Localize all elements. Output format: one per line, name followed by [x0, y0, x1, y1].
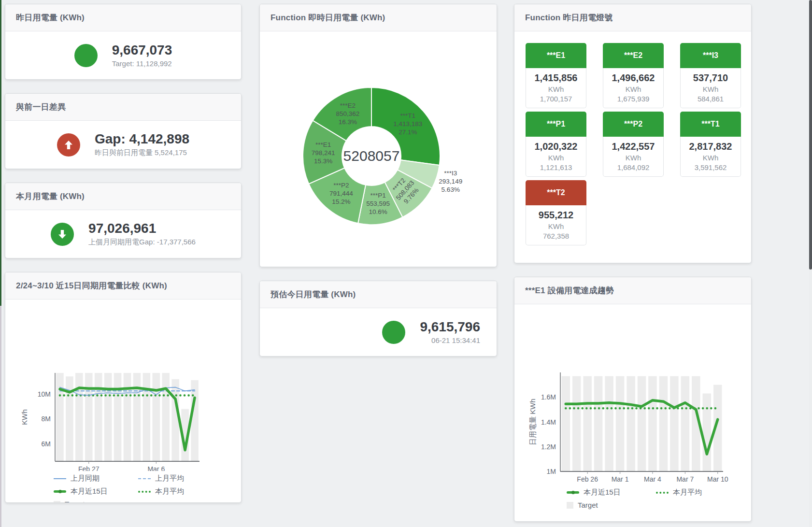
target-bar [583, 376, 592, 471]
e1-trend-chart-area[interactable]: 1M1.2M1.4M1.6M日用電量 KWhFeb 26Mar 1Mar 4Ma… [514, 304, 751, 509]
pie-chart-svg[interactable]: ***T11,413,18327.1%***I3293,1495.63%***T… [260, 31, 497, 267]
target-bar [659, 376, 668, 471]
target-bar [561, 376, 570, 471]
target-bar [153, 373, 160, 461]
panel-month-usage: 本月用電量 (KWh) 97,026,961 上個月同期用電Gap: -17,3… [5, 183, 242, 258]
legend-item-上月同期[interactable]: 上月同期 [54, 474, 138, 483]
legend-item-本月近15日[interactable]: 本月近15日 [567, 488, 656, 497]
target-bar [75, 373, 83, 461]
target-bar [162, 373, 170, 461]
legend-item-本月近15日[interactable]: 本月近15日 [54, 487, 138, 496]
legend-swatch [567, 502, 573, 509]
device-tile: ***T12,817,832KWh3,591,562 [680, 112, 741, 177]
stat-text: 97,026,961 上個月同期用電Gap: -17,377,566 [88, 221, 196, 247]
tile-header: ***T2 [526, 180, 586, 205]
tile-header: ***T1 [680, 112, 741, 137]
target-bar [594, 376, 603, 471]
device-tile: ***E21,496,662KWh1,675,939 [603, 43, 664, 108]
tile-unit: KWh [528, 85, 584, 93]
compare-chart-area[interactable]: 6M8M10MKWhFeb 27Mar 6 上月同期上月平均本月近15日本月平均… [5, 299, 241, 503]
target-bar [56, 373, 64, 461]
e1-trend-chart-svg[interactable]: 1M1.2M1.4M1.6M日用電量 KWhFeb 26Mar 1Mar 4Ma… [514, 304, 751, 485]
pie-chart-area[interactable]: ***T11,413,18327.1%***I3293,1495.63%***T… [260, 31, 497, 267]
device-tile: ***I3537,710KWh584,861 [680, 43, 741, 108]
tile-value: 1,496,662 [605, 72, 661, 84]
tile-body: 2,817,832KWh3,591,562 [680, 137, 741, 177]
legend-item-本月平均[interactable]: 本月平均 [656, 488, 751, 497]
tile-value: 955,212 [528, 210, 584, 221]
legend-label: Target [578, 501, 598, 509]
tile-body: 1,422,557KWh1,684,092 [603, 137, 664, 177]
target-bar [703, 394, 712, 471]
stat-subtext: 昨日與前日用電量 5,524,175 [95, 148, 189, 157]
target-bar [124, 373, 131, 461]
target-bar [648, 376, 657, 471]
tile-body: 537,710KWh584,861 [680, 68, 741, 108]
panel-header: 與前一日差異 [5, 94, 241, 121]
tile-target-value: 3,591,562 [683, 163, 739, 171]
panel-estimate-today: 預估今日用電量 (KWh) 9,615,796 06-21 15:34:41 [259, 281, 497, 356]
panel-header: 本月用電量 (KWh) [5, 183, 241, 210]
stat-body: 9,667,073 Target: 11,128,992 [5, 31, 241, 79]
y-tick-label: 1.6M [541, 393, 556, 401]
legend-swatch [54, 490, 66, 493]
x-tick-label: Mar 6 [147, 465, 165, 471]
panel-title: ***E1 設備用電達成趨勢 [525, 285, 614, 296]
panel-realtime-pie: Function 即時日用電量 (KWh) ***T11,413,18327.1… [259, 4, 497, 267]
target-bar [114, 373, 122, 461]
panel-title: Function 即時日用電量 (KWh) [271, 12, 385, 23]
target-bar [85, 373, 93, 461]
status-circle-icon [74, 44, 98, 67]
legend-swatch [54, 478, 66, 479]
tile-value: 537,710 [683, 72, 739, 84]
legend-label: 上月同期 [71, 474, 100, 483]
device-tile: ***P11,020,322KWh1,121,613 [526, 112, 586, 177]
legend-item-上月平均[interactable]: 上月平均 [138, 474, 235, 483]
stat-body: 9,615,796 06-21 15:34:41 [260, 308, 497, 356]
legend-item-Target[interactable]: Target [567, 501, 656, 509]
compare-chart-svg[interactable]: 6M8M10MKWhFeb 27Mar 6 [5, 299, 241, 471]
scrollbar-thumb[interactable] [809, 0, 812, 270]
tile-unit: KWh [528, 154, 584, 162]
tile-unit: KWh [605, 85, 661, 93]
tile-header: ***I3 [680, 43, 741, 68]
y-tick-label: 1.4M [541, 418, 556, 426]
status-circle-icon [382, 321, 405, 344]
legend-swatch [656, 492, 669, 494]
target-bar [572, 376, 581, 471]
target-bar [133, 373, 141, 461]
tile-value: 1,020,322 [528, 141, 584, 152]
target-bar [670, 376, 679, 471]
target-bar [638, 376, 646, 471]
scrollbar-track[interactable] [809, 0, 812, 527]
legend-swatch [567, 491, 579, 494]
tile-value: 2,817,832 [683, 141, 739, 152]
tile-header: ***E2 [603, 43, 664, 68]
panel-title: Function 昨日用電燈號 [525, 12, 613, 23]
stat-text: 9,615,796 06-21 15:34:41 [420, 320, 480, 345]
tile-body: 1,496,662KWh1,675,939 [603, 68, 664, 108]
legend-label: 本月平均 [155, 487, 184, 496]
panel-header: ***E1 設備用電達成趨勢 [514, 277, 751, 304]
panel-header: 預估今日用電量 (KWh) [260, 281, 497, 308]
legend-label: 上月平均 [155, 474, 184, 483]
panel-header: 昨日用電量 (KWh) [5, 4, 241, 31]
x-tick-label: Feb 27 [78, 465, 100, 471]
tile-target-value: 584,861 [683, 95, 739, 103]
x-tick-label: Mar 7 [676, 475, 694, 483]
legend-item-Target[interactable]: Target [54, 500, 138, 503]
panel-e1-trend-chart: ***E1 設備用電達成趨勢 1M1.2M1.4M1.6M日用電量 KWhFeb… [514, 277, 752, 522]
tile-value: 1,415,856 [528, 72, 584, 84]
y-tick-label: 8M [42, 415, 51, 423]
y-tick-label: 6M [42, 440, 51, 448]
tile-target-value: 762,358 [528, 232, 584, 240]
y-tick-label: 1M [547, 468, 556, 475]
legend-label: 本月平均 [673, 488, 702, 497]
target-bar [95, 373, 102, 461]
stat-body: Gap: 4,142,898 昨日與前日用電量 5,524,175 [5, 121, 241, 169]
y-tick-label: 10M [38, 390, 51, 398]
tile-target-value: 1,684,092 [605, 163, 661, 171]
legend-item-本月平均[interactable]: 本月平均 [138, 487, 235, 496]
stat-value: 9,667,073 [112, 43, 172, 58]
y-axis-title: KWh [20, 409, 28, 425]
